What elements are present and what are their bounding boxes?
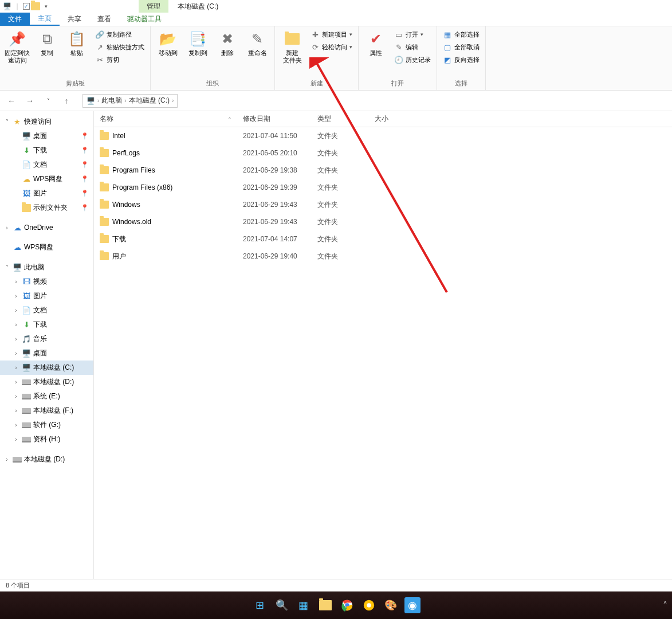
nav-forward-button[interactable]: → [23, 94, 37, 108]
rename-button[interactable]: ✎重命名 [243, 29, 271, 58]
expand-icon[interactable]: › [3, 456, 10, 463]
column-type[interactable]: 类型 [312, 111, 369, 127]
delete-button[interactable]: ✖删除 [214, 29, 241, 58]
tray-chevron-up-icon[interactable]: ˄ [663, 600, 667, 611]
expand-icon[interactable]: › [3, 225, 10, 231]
file-explorer-taskbar-icon[interactable] [317, 597, 333, 613]
address-bar[interactable]: 🖥️ › 此电脑 › 本地磁盘 (C:) › [82, 94, 178, 108]
invert-selection-button[interactable]: ◩反向选择 [441, 54, 482, 65]
tab-share[interactable]: 共享 [60, 13, 89, 26]
tab-drive-tools[interactable]: 驱动器工具 [119, 13, 170, 26]
tree-drive[interactable]: ›🖥️本地磁盘 (C:) [0, 361, 93, 375]
expand-icon[interactable]: › [13, 393, 19, 399]
qat-dropdown-icon[interactable]: ▾ [41, 2, 50, 11]
expand-icon[interactable]: › [13, 279, 19, 285]
easy-access-button[interactable]: ⟳轻松访问▾ [308, 41, 355, 53]
tab-view[interactable]: 查看 [89, 13, 119, 26]
file-row[interactable]: 用户2021-06-29 19:40文件夹 [94, 248, 672, 265]
tree-quick-item[interactable]: 📄文档📍 [0, 158, 93, 172]
column-name[interactable]: 名称^ [94, 111, 237, 127]
tab-home[interactable]: 主页 [30, 13, 60, 26]
tree-drive[interactable]: ›本地磁盘 (D:) [0, 452, 93, 467]
tree-pc-item[interactable]: ›🖥️桌面 [0, 346, 93, 361]
tree-label: 音乐 [33, 334, 47, 344]
expand-icon[interactable]: › [13, 436, 19, 442]
expand-icon[interactable]: › [13, 293, 19, 299]
expand-icon[interactable]: › [13, 365, 19, 371]
tree-quick-item[interactable]: 🖥️桌面📍 [0, 129, 93, 143]
breadcrumb-drive[interactable]: 本地磁盘 (C:) [129, 96, 170, 105]
move-to-button[interactable]: 📂移动到 [154, 29, 182, 58]
file-row[interactable]: Program Files2021-06-29 19:38文件夹 [94, 162, 672, 179]
pin-to-quick-access-button[interactable]: 📌固定到快 速访问 [3, 29, 31, 65]
new-folder-button[interactable]: 新建 文件夹 [278, 29, 306, 65]
expand-icon[interactable]: › [13, 350, 19, 356]
expand-icon[interactable]: › [13, 307, 19, 314]
file-row[interactable]: Windows.old2021-06-29 19:43文件夹 [94, 213, 672, 230]
file-row[interactable]: 下载2021-07-04 14:07文件夹 [94, 230, 672, 248]
chrome-taskbar-icon[interactable] [339, 597, 355, 613]
file-row[interactable]: Program Files (x86)2021-06-29 19:39文件夹 [94, 179, 672, 196]
search-button[interactable]: 🔍 [274, 597, 290, 613]
open-button[interactable]: ▭打开▾ [392, 29, 433, 40]
expand-icon[interactable]: › [13, 322, 19, 328]
history-button[interactable]: 🕘历史记录 [392, 54, 433, 65]
expand-icon[interactable]: ˅ [3, 264, 10, 271]
cut-button[interactable]: ✂剪切 [93, 54, 147, 65]
qat-checkbox-icon[interactable]: ✓ [23, 3, 30, 10]
contextual-tab-manage[interactable]: 管理 [139, 0, 168, 13]
tree-quick-item[interactable]: ⬇下载📍 [0, 143, 93, 158]
expand-icon[interactable]: › [13, 379, 19, 385]
tree-drive[interactable]: ›系统 (E:) [0, 389, 93, 403]
tree-quick-item[interactable]: ☁WPS网盘📍 [0, 172, 93, 186]
nav-up-button[interactable]: ↑ [60, 94, 73, 108]
expand-icon[interactable]: ˅ [3, 119, 10, 125]
expand-icon[interactable]: › [13, 422, 19, 428]
tree-pc-item[interactable]: ›🎞视频 [0, 275, 93, 289]
tree-drive[interactable]: ›软件 (G:) [0, 418, 93, 432]
expand-icon[interactable]: › [13, 336, 19, 342]
paint-taskbar-icon[interactable]: 🎨 [383, 597, 399, 613]
chrome-canary-taskbar-icon[interactable] [361, 597, 377, 613]
photos-taskbar-icon[interactable]: ◉ [404, 597, 421, 613]
tree-pc-item[interactable]: ›🎵音乐 [0, 332, 93, 346]
tree-drive[interactable]: ›本地磁盘 (D:) [0, 375, 93, 389]
column-size[interactable]: 大小 [369, 111, 415, 127]
navigation-pane[interactable]: ˅★快速访问🖥️桌面📍⬇下载📍📄文档📍☁WPS网盘📍🖼图片📍示例文件夹📍›☁On… [0, 111, 94, 579]
tree-wps[interactable]: ☁WPS网盘 [0, 240, 93, 254]
start-button[interactable]: ⊞ [252, 597, 268, 613]
tree-this-pc[interactable]: ˅🖥️此电脑 [0, 260, 93, 275]
new-item-button[interactable]: ✚新建项目▾ [308, 29, 355, 40]
copy-to-button[interactable]: 📑复制到 [184, 29, 211, 58]
nav-back-button[interactable]: ← [5, 94, 18, 108]
file-list[interactable]: Intel2021-07-04 11:50文件夹PerfLogs2021-06-… [94, 127, 672, 579]
copy-button[interactable]: ⧉复制 [33, 29, 61, 58]
file-row[interactable]: PerfLogs2021-06-05 20:10文件夹 [94, 144, 672, 162]
properties-button[interactable]: ✔属性 [362, 29, 390, 58]
tree-drive[interactable]: ›资料 (H:) [0, 432, 93, 446]
copy-path-button[interactable]: 🔗复制路径 [93, 29, 147, 40]
task-view-button[interactable]: ▦ [296, 597, 312, 613]
tree-quick-item[interactable]: 示例文件夹📍 [0, 201, 93, 215]
paste-button[interactable]: 📋粘贴 [63, 29, 91, 58]
tree-pc-item[interactable]: ›📄文档 [0, 303, 93, 318]
taskbar[interactable]: ⊞ 🔍 ▦ 🎨 ◉ ˄ [0, 591, 672, 619]
expand-icon[interactable]: › [13, 408, 19, 414]
tree-pc-item[interactable]: ›🖼图片 [0, 289, 93, 303]
column-date[interactable]: 修改日期 [237, 111, 312, 127]
tree-quick-item[interactable]: 🖼图片📍 [0, 186, 93, 201]
file-row[interactable]: Intel2021-07-04 11:50文件夹 [94, 127, 672, 144]
edit-button[interactable]: ✎编辑 [392, 41, 433, 53]
tree-drive[interactable]: ›本地磁盘 (F:) [0, 403, 93, 418]
tree-quick-access[interactable]: ˅★快速访问 [0, 115, 93, 129]
select-none-button[interactable]: ▢全部取消 [441, 41, 482, 53]
paste-shortcut-button[interactable]: ↗粘贴快捷方式 [93, 41, 147, 53]
tab-file[interactable]: 文件 [0, 13, 30, 26]
select-all-button[interactable]: ▦全部选择 [441, 29, 482, 40]
file-row[interactable]: Windows2021-06-29 19:43文件夹 [94, 196, 672, 213]
tree-pc-item[interactable]: ›⬇下载 [0, 318, 93, 332]
qat-folder-icon[interactable] [31, 2, 40, 11]
breadcrumb-this-pc[interactable]: 此电脑 [101, 96, 122, 105]
tree-onedrive[interactable]: ›☁OneDrive [0, 221, 93, 234]
nav-recent-button[interactable]: ˅ [41, 94, 55, 108]
